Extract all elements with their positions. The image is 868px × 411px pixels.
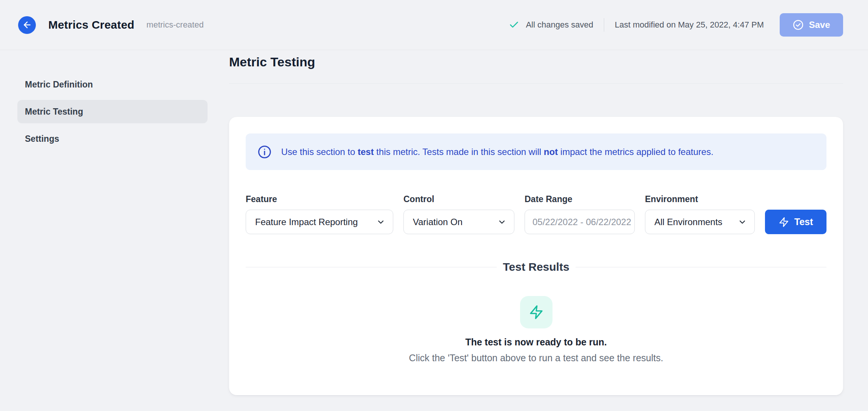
arrow-left-icon xyxy=(22,20,32,30)
page-title: Metrics Created xyxy=(48,18,134,31)
banner-text-bold: test xyxy=(358,147,374,157)
header-right: All changes saved Last modified on May 2… xyxy=(509,13,843,37)
test-button[interactable]: Test xyxy=(765,210,826,234)
control-select-value: Variation On xyxy=(413,217,463,227)
environment-select-value: All Environments xyxy=(654,217,722,227)
banner-text-bold: not xyxy=(544,147,558,157)
date-range-label: Date Range xyxy=(525,194,635,204)
save-button-label: Save xyxy=(809,20,830,30)
chevron-down-icon xyxy=(497,218,506,227)
feature-select-value: Feature Impact Reporting xyxy=(255,217,358,227)
date-range-field: Date Range xyxy=(525,194,635,234)
info-banner: Use this section to test this metric. Te… xyxy=(246,133,826,170)
info-banner-text: Use this section to test this metric. Te… xyxy=(281,147,713,157)
header: Metrics Created metrics-created All chan… xyxy=(0,0,868,50)
date-range-input[interactable] xyxy=(525,210,635,234)
test-button-label: Test xyxy=(794,216,813,227)
banner-text-part: Use this section to xyxy=(281,147,358,157)
feature-select[interactable]: Feature Impact Reporting xyxy=(246,210,393,234)
sidebar-item-metric-definition[interactable]: Metric Definition xyxy=(17,73,208,96)
environment-select[interactable]: All Environments xyxy=(645,210,755,234)
control-label: Control xyxy=(403,194,514,204)
divider-line xyxy=(576,267,826,267)
section-heading: Metric Testing xyxy=(229,50,843,70)
saved-status: All changes saved xyxy=(526,20,593,30)
heading-divider xyxy=(229,83,843,84)
banner-text-part: this metric. Tests made in this section … xyxy=(374,147,543,157)
metric-key: metrics-created xyxy=(146,20,204,30)
sidebar-item-metric-testing[interactable]: Metric Testing xyxy=(17,100,208,123)
bolt-badge xyxy=(520,296,553,328)
bolt-icon xyxy=(529,305,544,320)
app: Metrics Created metrics-created All chan… xyxy=(0,0,868,411)
feature-label: Feature xyxy=(246,194,393,204)
metric-testing-card: Use this section to test this metric. Te… xyxy=(229,117,843,395)
control-field: Control Variation On xyxy=(403,194,514,234)
header-divider xyxy=(604,18,604,32)
test-config-row: Feature Feature Impact Reporting Control xyxy=(246,194,826,234)
control-select[interactable]: Variation On xyxy=(403,210,514,234)
empty-state-subtitle: Click the 'Test' button above to run a t… xyxy=(409,353,663,363)
info-icon xyxy=(257,144,272,159)
back-button[interactable] xyxy=(18,16,36,34)
sidebar-item-label: Metric Testing xyxy=(25,107,83,117)
environment-field: Environment All Environments xyxy=(645,194,755,234)
test-results-title: Test Results xyxy=(503,261,569,273)
sidebar-item-label: Metric Definition xyxy=(25,80,93,90)
chevron-down-icon xyxy=(738,218,747,227)
sidebar: Metric Definition Metric Testing Setting… xyxy=(0,50,219,154)
test-results-empty-state: The test is now ready to be run. Click t… xyxy=(246,296,826,363)
chevron-down-icon xyxy=(376,218,385,227)
sidebar-item-settings[interactable]: Settings xyxy=(17,127,208,150)
test-results-divider: Test Results xyxy=(246,261,826,273)
empty-state-title: The test is now ready to be run. xyxy=(465,337,607,348)
save-button[interactable]: Save xyxy=(780,13,843,37)
bolt-icon xyxy=(779,217,789,227)
last-modified: Last modified on May 25, 2022, 4:47 PM xyxy=(615,20,764,30)
main-content: Metric Testing Use this section to test … xyxy=(229,50,843,395)
feature-field: Feature Feature Impact Reporting xyxy=(246,194,393,234)
check-icon xyxy=(509,20,519,30)
check-circle-icon xyxy=(793,19,804,31)
environment-label: Environment xyxy=(645,194,755,204)
sidebar-item-label: Settings xyxy=(25,134,59,144)
divider-line xyxy=(246,267,497,267)
banner-text-part: impact the metrics applied to features. xyxy=(558,147,713,157)
